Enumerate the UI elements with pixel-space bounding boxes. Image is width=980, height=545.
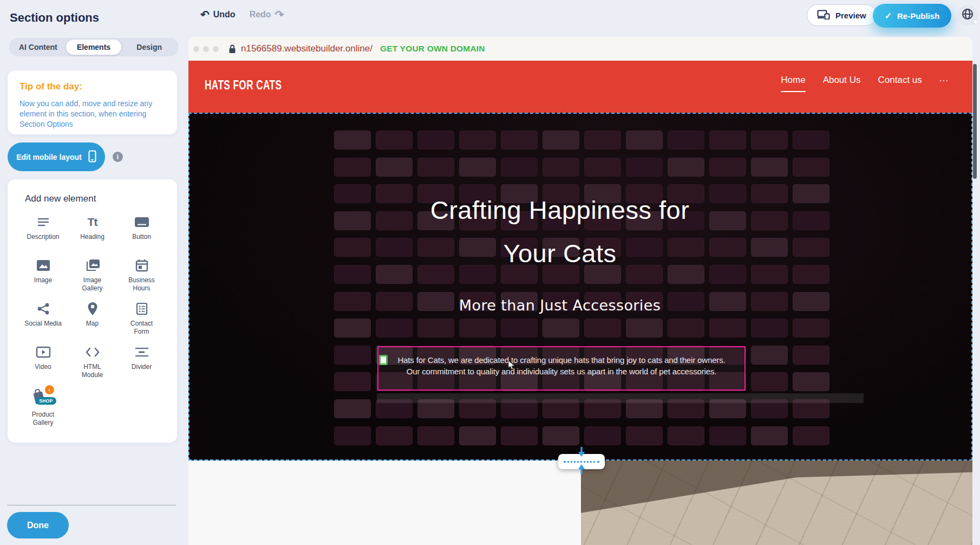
handle-dashed-line (564, 461, 599, 463)
tab-ai-content[interactable]: AI Content (10, 40, 66, 55)
nav-more-icon[interactable]: ... (939, 73, 949, 94)
language-globe-button[interactable] (957, 5, 978, 25)
republish-button[interactable]: ✓ Re-Publish (873, 4, 951, 28)
add-element-heading[interactable]: Tt Heading (68, 214, 117, 257)
tab-elements[interactable]: Elements (66, 40, 122, 55)
section-resize-handle[interactable] (558, 454, 605, 469)
add-element-map[interactable]: Map (68, 301, 117, 344)
button-icon (134, 214, 150, 230)
preview-scrollbar[interactable] (973, 64, 977, 179)
browser-chrome-bar: n1566589.websitebuilder.online/ GET YOUR… (188, 37, 972, 61)
website-builder-app: Section options ↶ Undo Redo ↷ Preview ✓ … (0, 0, 980, 545)
tip-body: Now you can add, move and resize any ele… (19, 99, 158, 129)
undo-button[interactable]: ↶ Undo (200, 9, 236, 20)
code-icon (85, 344, 100, 360)
site-logo: HATS FOR CATS (205, 77, 282, 93)
product-gallery-icon: ↑ SHOP (31, 387, 55, 408)
add-element-html-module[interactable]: HTML Module (68, 344, 117, 387)
site-preview-window: n1566589.websitebuilder.online/ GET YOUR… (188, 37, 972, 545)
hero-subheading[interactable]: More than Just Accessories (169, 297, 951, 314)
row-highlight (377, 393, 864, 403)
add-element-business-hours[interactable]: Business Hours (117, 257, 166, 301)
text-lines-icon (36, 214, 50, 230)
undo-redo-group: ↶ Undo Redo ↷ (200, 9, 284, 20)
add-element-image-gallery[interactable]: Image Gallery (68, 257, 117, 301)
site-nav: Home About Us Contact us ... (781, 73, 949, 94)
arrow-down-icon (577, 446, 586, 459)
add-element-description[interactable]: Description (18, 214, 68, 257)
undo-icon: ↶ (200, 9, 210, 20)
form-icon (136, 301, 148, 317)
add-element-contact-form[interactable]: Contact Form (117, 301, 166, 344)
done-button[interactable]: Done (7, 512, 69, 538)
add-element-grid: Description Tt Heading Button Image (18, 214, 166, 431)
add-element-button[interactable]: Button (117, 214, 166, 257)
republish-label: Re-Publish (897, 11, 939, 21)
add-element-divider[interactable]: Divider (117, 344, 166, 387)
heading-icon: Tt (88, 214, 97, 230)
sidebar-tabs: AI Content Elements Design (9, 38, 179, 56)
lock-icon (228, 44, 236, 54)
page-title: Section options (10, 11, 99, 25)
redo-button[interactable]: Redo ↷ (250, 9, 284, 20)
globe-badge (973, 20, 978, 24)
globe-icon (961, 8, 974, 23)
next-section-white-area (188, 460, 581, 545)
image-gallery-icon (85, 257, 100, 274)
hero-paragraph[interactable]: Hats for Cats, we are dedicated to craft… (357, 354, 766, 377)
get-domain-link[interactable]: GET YOUR OWN DOMAIN (380, 44, 485, 54)
video-icon (36, 344, 51, 360)
edit-mobile-label: Edit mobile layout (16, 153, 82, 161)
mouse-cursor (508, 360, 515, 372)
calendar-icon (135, 257, 148, 274)
divider-icon (134, 344, 149, 360)
share-icon (37, 301, 50, 317)
undo-label: Undo (213, 10, 236, 20)
check-icon: ✓ (885, 11, 892, 21)
add-element-image[interactable]: Image (18, 257, 68, 301)
edit-mobile-layout-button[interactable]: Edit mobile layout (8, 142, 105, 171)
image-icon (36, 257, 50, 274)
preview-label: Preview (835, 11, 866, 20)
arrow-up-icon (577, 464, 586, 477)
add-element-panel: Add new element Description Tt Heading B… (8, 179, 177, 443)
redo-label: Redo (250, 10, 271, 20)
devices-icon (817, 10, 830, 21)
upgrade-arrow-icon: ↑ (45, 385, 54, 394)
next-section-photo (581, 460, 972, 545)
phone-icon (88, 150, 96, 164)
tip-title: Tip of the day: (19, 81, 165, 92)
paragraph-selection-box[interactable]: Hats for Cats, we are dedicated to craft… (377, 346, 746, 391)
window-dots (193, 46, 219, 52)
shop-badge: SHOP (36, 397, 56, 405)
hero-section-selected[interactable]: Crafting Happiness forYour Cats More tha… (188, 113, 972, 460)
nav-home[interactable]: Home (781, 75, 805, 92)
redo-icon: ↷ (275, 9, 284, 20)
nav-contact-us[interactable]: Contact us (878, 75, 922, 92)
site-header[interactable]: HATS FOR CATS Home About Us Contact us .… (188, 61, 972, 113)
add-element-product-gallery[interactable]: ↑ SHOP Product Gallery (18, 387, 68, 431)
tip-of-the-day-card: Tip of the day: Now you can add, move an… (8, 70, 177, 134)
preview-button[interactable]: Preview (807, 4, 877, 26)
add-element-social-media[interactable]: Social Media (18, 301, 68, 344)
info-icon[interactable]: i (113, 152, 123, 162)
url-text[interactable]: n1566589.websitebuilder.online/ (241, 43, 373, 54)
hero-heading[interactable]: Crafting Happiness forYour Cats (169, 189, 951, 275)
tab-design[interactable]: Design (121, 40, 177, 55)
sidebar-divider (7, 505, 176, 505)
map-pin-icon (87, 301, 98, 317)
nav-about-us[interactable]: About Us (823, 75, 861, 92)
add-element-title: Add new element (25, 193, 166, 204)
add-element-video[interactable]: Video (18, 344, 68, 387)
